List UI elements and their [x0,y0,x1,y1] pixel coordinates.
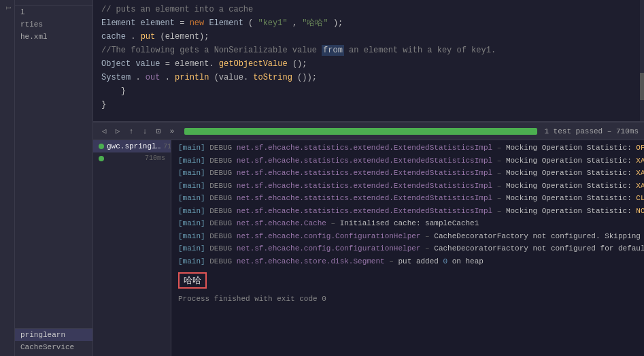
log-line-4: [main] DEBUG net.sf.ehcache.statistics.e… [171,192,644,205]
sidebar-item-l[interactable]: l [15,6,92,18]
code-line-4: //The following gets a NonSerializable v… [93,44,644,57]
sidebar-panel: l rties he.xml pringlearn CacheService [15,0,93,356]
process-finished-text: Process finished with exit code 0 [171,293,644,304]
sidebar-item-hexml[interactable]: he.xml [15,31,92,43]
code-line-7: } [93,84,644,98]
op-eq2: = element. [165,59,214,69]
paren-close: ); [333,18,343,28]
type-element2: Element [209,18,243,28]
code-content: // puts an element into a cache Element … [93,0,644,114]
sidebar-bottom: pringlearn CacheService [15,328,92,356]
left-icon-bar: l [0,0,15,356]
put-args: (element); [160,32,209,42]
dot1: . [131,32,135,42]
method-put: put [141,32,156,42]
code-line-2: Element element = new Element ( "key1" ,… [93,16,644,30]
test-panel-item-0[interactable]: gwc.springl… 710ms [93,140,171,152]
toolbar-icon-rerun[interactable]: ⊡ [153,126,164,137]
log-msg-heap: on heap [452,257,484,265]
log-line-0: [main] DEBUG net.sf.ehcache.statistics.e… [171,142,644,155]
toolbar-icon-more[interactable]: » [167,126,177,137]
method-println: println [175,73,209,82]
log-line-3: [main] DEBUG net.sf.ehcache.statistics.e… [171,180,644,193]
test-list: gwc.springl… 710ms 710ms [93,140,171,356]
log-line-8: [main] DEBUG net.sf.ehcache.config.Confi… [171,242,644,255]
icon-bar-item[interactable]: l [3,4,12,12]
toolbar-icon-down[interactable]: ↓ [139,126,150,137]
sidebar-item-springlearn[interactable]: pringlearn [15,329,92,341]
toolbar-icon-next[interactable]: ▷ [112,126,123,137]
type-element: Element [101,18,141,28]
progress-bar-fill [184,128,537,135]
run-toolbar: ◁ ▷ ↑ ↓ ⊡ » 1 test passed – 710ms [93,123,644,140]
var-element: element [141,18,180,28]
paren-open: ( [248,18,253,28]
sidebar-top [15,0,92,6]
code-line-1: // puts an element into a cache [93,3,644,16]
log-line-7: [main] DEBUG net.sf.ehcache.config.Confi… [171,230,644,243]
toolbar-icon-prev[interactable]: ◁ [99,126,109,137]
log-line-5: [main] DEBUG net.sf.ehcache.statistics.e… [171,205,644,218]
cache-obj: cache [101,32,126,42]
progress-bar-container [184,128,537,135]
bottom-area: gwc.springl… 710ms 710ms [main] DEBUG ne… [93,140,644,356]
dot2: . [135,73,140,82]
test-item-label-0: gwc.springl… [107,142,160,150]
out-field: out [146,73,160,82]
code-line-6: System . out . println (value. toString … [93,71,644,84]
console-output[interactable]: [main] DEBUG net.sf.ehcache.statistics.e… [171,140,644,356]
kw-new: new [190,18,209,28]
output-chinese-text: 哈哈 [178,272,207,289]
test-status-text: 1 test passed – 710ms [544,127,639,135]
comment-2: //The following gets a NonSerializable v… [101,45,496,56]
test-item-time-1: 710ms [145,155,165,162]
sidebar-item-cacheservice[interactable]: CacheService [15,341,92,353]
close-brace1: } [101,86,126,96]
code-line-5: Object value = element. getObjectValue (… [93,57,644,71]
comma: , [292,18,302,28]
scroll-indicator[interactable] [640,0,644,121]
log-number-0: 0 [443,257,448,265]
sidebar-item-rties[interactable]: rties [15,18,92,31]
str-haha: "哈哈" [302,18,328,28]
code-line-3: cache . put (element); [93,30,644,44]
str-key1: "key1" [258,18,287,28]
test-panel-item-1[interactable]: 710ms [93,152,171,164]
close-brace2: } [101,100,106,110]
test-pass-indicator-0 [99,144,104,149]
method-getobj: getObjectValue [219,59,288,69]
test-panel: gwc.springl… 710ms 710ms [93,140,171,356]
var-value: value [135,59,165,69]
type-obj: Object [101,59,135,69]
println-close: ()); [297,73,317,82]
method-tostring: toString [253,73,292,82]
log-line-6: [main] DEBUG net.sf.ehcache.Cache – Init… [171,217,644,230]
code-line-8: } [93,98,644,112]
call-paren: (); [292,59,307,69]
log-line-1: [main] DEBUG net.sf.ehcache.statistics.e… [171,155,644,167]
dot3: . [165,73,170,82]
println-arg: (value. [214,73,248,82]
comment-1: // puts an element into a cache [101,5,253,14]
output-row: 哈哈 [171,268,644,293]
log-line-9: [main] DEBUG net.sf.ehcache.store.disk.S… [171,255,644,268]
toolbar-icon-up[interactable]: ↑ [126,126,137,137]
log-line-2: [main] DEBUG net.sf.ehcache.statistics.e… [171,167,644,180]
test-item-time-0: 710ms [163,143,171,150]
system-out: System [101,73,131,82]
code-editor: // puts an element into a cache Element … [93,0,644,123]
op-equals: = [180,18,189,28]
test-pass-indicator-1 [99,156,104,161]
main-area: // puts an element into a cache Element … [93,0,644,356]
scroll-thumb[interactable] [640,73,644,100]
